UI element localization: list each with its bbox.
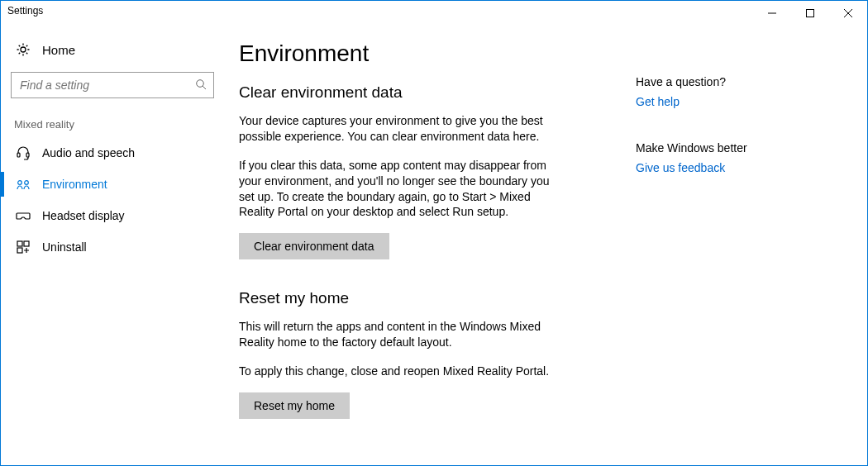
section-label: Mixed reality	[1, 108, 224, 137]
uninstall-icon	[16, 240, 31, 254]
headset-icon	[16, 145, 31, 160]
sidebar-item-audio-speech[interactable]: Audio and speech	[1, 137, 224, 169]
vr-headset-icon	[16, 208, 31, 223]
svg-rect-8	[24, 241, 29, 246]
main-content: Environment Clear environment data Your …	[239, 40, 636, 449]
maximize-icon	[806, 9, 814, 17]
body-text: This will return the apps and content in…	[239, 319, 553, 350]
close-icon	[844, 9, 852, 17]
sidebar-item-headset-display[interactable]: Headset display	[1, 200, 224, 231]
minimize-button[interactable]	[753, 1, 791, 26]
content-area: Home Mixed reality Audio and speech	[1, 26, 867, 465]
give-feedback-link[interactable]: Give us feedback	[636, 161, 801, 174]
svg-point-1	[21, 47, 26, 52]
gear-icon	[16, 42, 31, 57]
clear-environment-data-button[interactable]: Clear environment data	[239, 233, 389, 259]
svg-point-5	[18, 181, 22, 185]
title-bar: Settings	[1, 1, 867, 26]
body-text: If you clear this data, some app content…	[239, 158, 553, 221]
main-panel: Environment Clear environment data Your …	[224, 26, 867, 465]
minimize-icon	[768, 9, 776, 17]
window-controls	[753, 1, 867, 26]
sidebar: Home Mixed reality Audio and speech	[1, 26, 224, 465]
svg-rect-0	[807, 10, 814, 17]
svg-point-6	[25, 181, 29, 185]
section-heading-clear-env: Clear environment data	[239, 83, 636, 102]
search-input[interactable]	[20, 78, 195, 92]
sidebar-item-label: Environment	[42, 178, 107, 191]
sidebar-item-label: Headset display	[42, 209, 125, 222]
body-text: To apply this change, close and reopen M…	[239, 364, 553, 379]
rail-question-heading: Have a question?	[636, 75, 801, 88]
rail-better-heading: Make Windows better	[636, 141, 801, 155]
search-icon	[195, 78, 207, 93]
get-help-link[interactable]: Get help	[636, 95, 801, 108]
section-heading-reset-home: Reset my home	[239, 289, 636, 307]
settings-window: Settings Home	[0, 0, 868, 466]
maximize-button[interactable]	[791, 1, 829, 26]
svg-rect-7	[17, 241, 22, 246]
page-title: Environment	[239, 40, 636, 67]
home-label: Home	[42, 43, 75, 57]
environment-icon	[16, 177, 31, 192]
window-title: Settings	[7, 1, 43, 17]
right-rail: Have a question? Get help Make Windows b…	[636, 40, 801, 449]
home-button[interactable]: Home	[1, 34, 224, 65]
svg-rect-9	[17, 248, 22, 253]
sidebar-item-label: Audio and speech	[42, 146, 135, 159]
sidebar-item-label: Uninstall	[42, 240, 87, 254]
sidebar-item-environment[interactable]: Environment	[1, 169, 224, 200]
body-text: Your device captures your environment to…	[239, 113, 553, 145]
close-button[interactable]	[829, 1, 867, 26]
sidebar-item-uninstall[interactable]: Uninstall	[1, 231, 224, 263]
svg-point-2	[197, 79, 204, 87]
search-box[interactable]	[11, 72, 214, 98]
reset-my-home-button[interactable]: Reset my home	[239, 392, 350, 419]
